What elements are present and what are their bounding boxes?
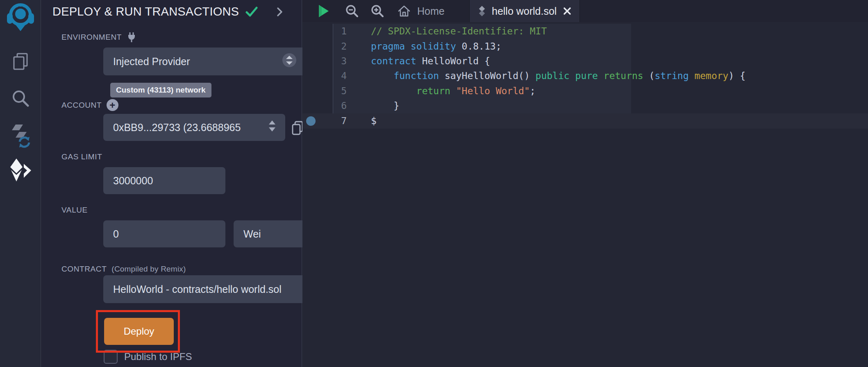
value-unit: Wei	[243, 228, 261, 240]
line-number[interactable]: 4	[302, 70, 352, 81]
code-text[interactable]: function sayHelloWorld() public pure ret…	[352, 70, 745, 81]
add-account-icon[interactable]: +	[107, 99, 118, 111]
sidebar-item-file-explorer[interactable]	[0, 52, 41, 71]
contract-compiled-note: (Compiled by Remix)	[111, 265, 186, 274]
remix-logo	[5, 2, 36, 34]
environment-select[interactable]: Injected Provider	[103, 48, 307, 75]
code-line: 2pragma solidity 0.8.13;	[302, 39, 868, 53]
plug-icon	[127, 32, 136, 43]
publish-to-ipfs-checkbox[interactable]	[104, 350, 118, 364]
solidity-file-icon	[478, 5, 486, 17]
zoom-out-icon	[345, 4, 359, 18]
zoom-out-button[interactable]	[345, 0, 359, 22]
file-explorer-icon	[11, 52, 30, 71]
editor-tabbar: Home hello world.sol	[302, 0, 868, 22]
deploy-run-panel: DEPLOY & RUN TRANSACTIONS ENVIRONMENT In…	[41, 0, 302, 367]
code-editor[interactable]: 1// SPDX-License-Identifier: MIT2pragma …	[302, 22, 868, 367]
remix-ide-window: DEPLOY & RUN TRANSACTIONS ENVIRONMENT In…	[0, 0, 868, 367]
code-line: 3contract HelloWorld {	[302, 54, 868, 68]
line-number[interactable]: 6	[302, 100, 352, 111]
code-text[interactable]: // SPDX-License-Identifier: MIT	[352, 26, 547, 36]
code-line: 6 }	[302, 98, 868, 113]
code-text[interactable]: }	[352, 100, 399, 111]
environment-label-row: ENVIRONMENT	[61, 32, 136, 43]
panel-title-row: DEPLOY & RUN TRANSACTIONS	[52, 5, 283, 18]
page-title: DEPLOY & RUN TRANSACTIONS	[52, 5, 239, 18]
zoom-in-icon	[370, 4, 384, 18]
gas-limit-label: GAS LIMIT	[61, 152, 102, 161]
environment-select-chevron	[282, 53, 297, 70]
publish-row: Publish to IPFS	[104, 350, 192, 364]
account-selected-value: 0xBB9...29733 (23.6688965	[113, 122, 241, 134]
environment-selected-value: Injected Provider	[113, 56, 190, 68]
contract-select[interactable]: HelloWorld - contracts/hello world.sol	[103, 275, 323, 303]
line-number[interactable]: 2	[302, 41, 352, 52]
contract-label-row: CONTRACT (Compiled by Remix)	[61, 265, 186, 274]
network-badge: Custom (43113) network	[110, 83, 211, 97]
code-line: 5 return "Hello World";	[302, 84, 868, 98]
code-text[interactable]: contract HelloWorld {	[352, 56, 490, 66]
value-label: VALUE	[61, 206, 88, 215]
sidebar-item-search[interactable]	[0, 88, 41, 108]
account-select-arrows	[269, 120, 275, 134]
search-icon	[11, 88, 30, 108]
tab-file-name: hello world.sol	[492, 5, 557, 17]
contract-selected-value: HelloWorld - contracts/hello world.sol	[113, 283, 282, 295]
account-select[interactable]: 0xBB9...29733 (23.6688965	[103, 114, 285, 141]
environment-label: ENVIRONMENT	[61, 33, 122, 42]
code-text[interactable]: pragma solidity 0.8.13;	[352, 41, 502, 52]
deploy-and-run-icon	[9, 158, 32, 182]
close-tab-icon[interactable]	[563, 7, 571, 15]
tab-hello-world-sol[interactable]: hello world.sol	[469, 0, 580, 22]
line-number[interactable]: 1	[302, 26, 352, 36]
code-line: 7$	[302, 113, 868, 128]
sidebar-item-solidity-compiler[interactable]	[0, 123, 41, 148]
play-icon	[318, 4, 329, 18]
contract-label: CONTRACT	[61, 265, 107, 274]
account-label-row: ACCOUNT +	[61, 99, 118, 111]
gas-limit-label-row: GAS LIMIT	[61, 152, 102, 161]
code-lines: 1// SPDX-License-Identifier: MIT2pragma …	[302, 24, 868, 128]
value-amount: 0	[113, 228, 119, 240]
gas-limit-input[interactable]: 3000000	[103, 167, 225, 194]
gas-limit-value: 3000000	[113, 175, 153, 187]
line-number[interactable]: 7	[302, 116, 352, 126]
collapse-panel-chevron-icon[interactable]	[277, 7, 283, 17]
deploy-button[interactable]: Deploy	[104, 318, 174, 345]
publish-to-ipfs-label: Publish to IPFS	[124, 351, 192, 362]
sidebar-item-deploy-and-run[interactable]	[0, 158, 41, 182]
remix-logo-icon[interactable]	[0, 2, 41, 34]
zoom-in-button[interactable]	[370, 0, 384, 22]
value-label-row: VALUE	[61, 206, 88, 215]
editor-area: Home hello world.sol 1// SPDX-License-Id…	[302, 0, 868, 367]
home-icon	[398, 5, 411, 17]
code-line: 1// SPDX-License-Identifier: MIT	[302, 24, 868, 39]
tab-home-label: Home	[417, 5, 445, 17]
code-line: 4 function sayHelloWorld() public pure r…	[302, 68, 868, 83]
solidity-compiler-icon	[8, 123, 33, 148]
account-label: ACCOUNT	[61, 101, 102, 110]
line-number[interactable]: 5	[302, 86, 352, 96]
line-number[interactable]: 3	[302, 56, 352, 66]
code-text[interactable]: $	[352, 116, 377, 126]
value-input[interactable]: 0	[103, 220, 225, 247]
code-text[interactable]: return "Hello World";	[352, 86, 536, 96]
activity-bar	[0, 0, 41, 367]
run-script-button[interactable]	[318, 0, 329, 22]
compile-success-check-icon	[245, 7, 258, 17]
tab-home[interactable]: Home	[398, 0, 445, 22]
